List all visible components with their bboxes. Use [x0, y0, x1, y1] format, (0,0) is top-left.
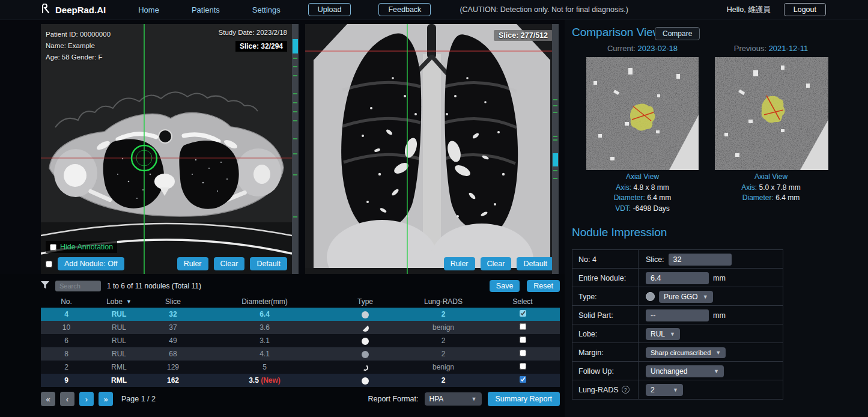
hide-annotation-toggle[interactable]: Hide Annotation: [46, 241, 117, 253]
table-row[interactable]: 10RUL37 3.6 benign: [41, 321, 560, 334]
table-row[interactable]: 9RML162 3.5 (New) 2: [41, 374, 560, 387]
nodule-table-rows: 4RUL32 6.4 2 10RUL37 3.6 benign 6RUL49 3…: [41, 308, 560, 387]
patient-info-overlay: Patient ID: 00000000 Name: Example Age: …: [46, 29, 111, 63]
previous-nodule-thumbnail[interactable]: [715, 57, 828, 170]
add-nodule-checkbox[interactable]: [46, 261, 52, 267]
new-nodule-tag: (New): [261, 376, 281, 385]
patient-name: Name: Example: [46, 40, 111, 52]
right-panel: Comparison View Compare Current: 2023-02…: [565, 20, 868, 417]
current-nodule-info: Axial View Axis: 4.8 x 8 mm Diameter: 6.…: [586, 172, 699, 214]
nodule-no-label: No: 4: [572, 250, 639, 269]
next-page-button[interactable]: ›: [79, 392, 94, 406]
coronal-ct-viewport[interactable]: Slice: 277/512 Ruler Clear Default: [305, 24, 559, 274]
nodule-impression-title: Nodule Impression: [572, 226, 667, 239]
first-page-button[interactable]: «: [41, 392, 55, 406]
table-row[interactable]: 6RUL49 3.1 2: [41, 334, 560, 347]
previous-nodule-info: Axial View Axis: 5.0 x 7.8 mm Diameter: …: [715, 172, 827, 204]
pagination: « ‹ › » Page 1 / 2 Report Format: HPA▼ S…: [41, 392, 560, 406]
coronal-ruler-button[interactable]: Ruler: [444, 257, 475, 270]
chevron-down-icon: ▼: [670, 331, 675, 337]
nodule-table-zone: 1 to 6 of 11 nodules (Total 11) Save Res…: [0, 274, 565, 417]
patient-age-gender: Age: 58 Gender: F: [46, 52, 111, 63]
chevron-down-icon: ▼: [715, 350, 721, 356]
row-select-checkbox[interactable]: [520, 310, 526, 317]
prev-page-button[interactable]: ‹: [60, 392, 74, 406]
col-select: Select: [485, 297, 560, 306]
last-page-button[interactable]: »: [99, 392, 113, 406]
study-date: Study Date: 2023/2/18: [219, 29, 287, 36]
deeprad-logo-icon: [41, 4, 51, 16]
row-select-checkbox[interactable]: [520, 323, 526, 330]
follow-up-select[interactable]: Unchanged▼: [646, 365, 724, 377]
nodule-type-calcified-icon: [362, 364, 369, 371]
logout-button[interactable]: Logout: [784, 3, 826, 16]
chevron-down-icon: ▼: [714, 368, 719, 374]
solid-part-input[interactable]: [646, 309, 709, 321]
nav-link-settings[interactable]: Settings: [252, 5, 281, 14]
slice-input[interactable]: [669, 254, 732, 266]
patient-id: Patient ID: 00000000: [46, 29, 111, 40]
add-nodule-button[interactable]: Add Nodule: Off: [58, 257, 124, 270]
row-select-checkbox[interactable]: [520, 363, 526, 370]
chevron-down-icon: ▼: [673, 387, 678, 393]
nav-link-home[interactable]: Home: [138, 5, 159, 14]
lobe-select[interactable]: RUL▼: [646, 328, 680, 340]
entire-nodule-unit: mm: [713, 274, 726, 282]
type-select[interactable]: Pure GGO▼: [659, 291, 713, 303]
table-row[interactable]: 8RUL68 4.1 2: [41, 347, 560, 361]
lung-rads-select[interactable]: 2▼: [646, 384, 683, 396]
row-select-checkbox[interactable]: [520, 350, 526, 356]
nav-link-patients[interactable]: Patients: [192, 5, 220, 14]
nodule-type-ggo-icon: [362, 351, 369, 358]
report-format-select[interactable]: HPA▼: [425, 392, 482, 406]
lobe-filter-icon[interactable]: ▼: [126, 299, 132, 305]
search-input[interactable]: [55, 281, 101, 291]
table-row[interactable]: 2RML129 5 benign: [41, 361, 560, 374]
deeprad-app: DeepRad.AI Home Patients Settings Upload…: [0, 0, 868, 417]
summary-report-button[interactable]: Summary Report: [488, 392, 560, 406]
reset-button[interactable]: Reset: [527, 280, 560, 292]
axial-ct-viewport[interactable]: Patient ID: 00000000 Name: Example Age: …: [41, 24, 292, 274]
row-select-checkbox[interactable]: [520, 336, 526, 343]
table-row[interactable]: 4RUL32 6.4 2: [41, 308, 560, 321]
brand[interactable]: DeepRad.AI: [41, 4, 106, 16]
top-nav: DeepRad.AI Home Patients Settings Upload…: [0, 0, 868, 20]
type-label: Type:: [572, 287, 639, 306]
coronal-ct-image: [305, 24, 559, 274]
nodule-type-partsolid-icon: [362, 324, 369, 332]
coronal-scroll-thumb[interactable]: [553, 153, 558, 166]
comparison-view-title: Comparison View: [572, 26, 661, 39]
axial-default-button[interactable]: Default: [250, 257, 287, 270]
axial-slice-scrollbar[interactable]: [292, 24, 299, 274]
chevron-down-icon: ▼: [472, 396, 477, 402]
follow-up-label: Follow Up:: [572, 362, 639, 380]
filter-funnel-icon[interactable]: [41, 281, 49, 291]
col-lobe: Lobe: [106, 297, 123, 306]
axial-ruler-button[interactable]: Ruler: [177, 257, 208, 270]
report-format-label: Report Format:: [368, 395, 418, 403]
page-indicator: Page 1 / 2: [121, 395, 156, 403]
hide-annotation-checkbox[interactable]: [50, 244, 56, 251]
nodule-impression-form: No: 4 Slice: Entire Nodule: mm Type: Pur…: [572, 249, 783, 400]
brand-name: DeepRad.AI: [55, 5, 106, 15]
axial-scroll-thumb[interactable]: [293, 39, 298, 53]
compare-button[interactable]: Compare: [655, 27, 700, 40]
solid-part-label: Solid Part:: [572, 306, 639, 324]
nodule-type-ggo-icon: [362, 311, 369, 318]
entire-nodule-input[interactable]: [646, 272, 709, 284]
current-nodule-thumbnail[interactable]: [586, 57, 699, 170]
coronal-clear-button[interactable]: Clear: [481, 257, 512, 270]
margin-select[interactable]: Sharp circumscribed▼: [646, 347, 726, 358]
chevron-down-icon: ▼: [703, 294, 708, 300]
upload-button[interactable]: Upload: [308, 3, 351, 16]
col-type: Type: [329, 297, 401, 306]
coronal-slice-scrollbar[interactable]: [552, 24, 559, 274]
axial-clear-button[interactable]: Clear: [214, 257, 245, 270]
save-button[interactable]: Save: [490, 280, 520, 292]
feedback-button[interactable]: Feedback: [378, 3, 431, 16]
row-select-checkbox[interactable]: [520, 376, 526, 383]
coronal-default-button[interactable]: Default: [517, 257, 554, 270]
col-lungrads: Lung-RADS: [401, 297, 485, 306]
lung-rads-help-icon[interactable]: ?: [622, 386, 630, 394]
nodule-type-solid-icon: [362, 338, 369, 345]
